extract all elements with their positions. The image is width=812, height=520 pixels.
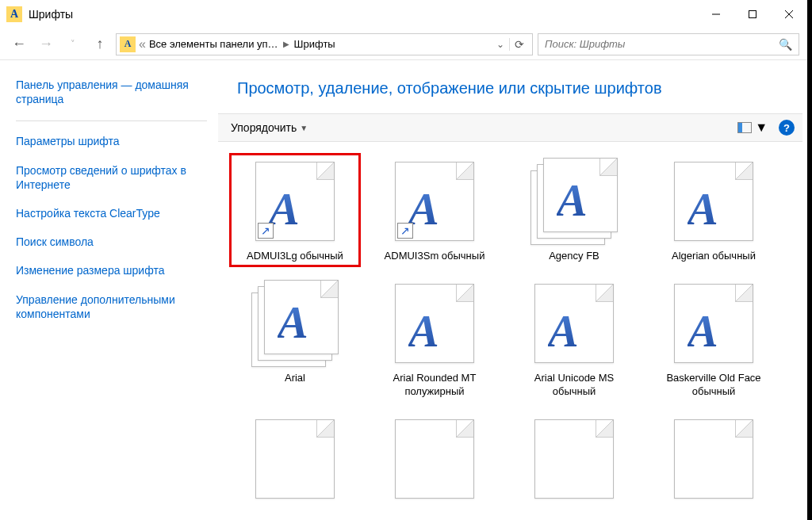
breadcrumb-seg1[interactable]: Все элементы панели уп… bbox=[149, 38, 278, 50]
organize-label: Упорядочить bbox=[231, 121, 297, 134]
address-bar: ← → ˅ ↑ A « Все элементы панели уп… ▶ Шр… bbox=[0, 29, 807, 60]
back-button[interactable]: ← bbox=[8, 33, 30, 55]
font-label: Arial bbox=[285, 372, 305, 384]
font-item[interactable]: AArial Unicode MS обычный bbox=[508, 275, 640, 403]
sidebar-link-4[interactable]: Изменение размера шрифта bbox=[16, 263, 207, 277]
font-item[interactable] bbox=[229, 411, 361, 512]
font-item[interactable]: AArial bbox=[229, 275, 361, 403]
font-thumbnail: A bbox=[530, 158, 618, 245]
font-label: Arial Rounded MT полужирный bbox=[373, 372, 496, 398]
chevron-left-icon: « bbox=[139, 37, 146, 52]
view-button[interactable]: ▼ bbox=[737, 120, 768, 135]
window-controls bbox=[698, 0, 807, 29]
sidebar-link-5[interactable]: Управление дополнительными компонентами bbox=[16, 292, 207, 321]
app-icon: A bbox=[6, 6, 22, 22]
address-dropdown[interactable]: ⌄ bbox=[495, 39, 506, 50]
font-thumbnail: A↗ bbox=[251, 158, 339, 245]
font-item[interactable]: AAgency FB bbox=[508, 153, 640, 267]
forward-button[interactable]: → bbox=[35, 33, 57, 55]
chevron-down-icon: ▼ bbox=[755, 120, 768, 135]
organize-button[interactable]: Упорядочить ▼ bbox=[226, 118, 312, 137]
svg-rect-1 bbox=[749, 11, 756, 18]
sidebar-link-2[interactable]: Настройка текста ClearType bbox=[16, 206, 207, 220]
font-label: ADMUI3Lg обычный bbox=[247, 250, 343, 262]
font-item[interactable]: A↗ADMUI3Lg обычный bbox=[229, 153, 361, 267]
search-icon[interactable]: 🔍 bbox=[779, 38, 792, 51]
chevron-down-icon: ▼ bbox=[300, 124, 308, 132]
toolbar: Упорядочить ▼ ▼ ? bbox=[218, 113, 802, 142]
font-item[interactable] bbox=[648, 411, 779, 512]
shortcut-icon: ↗ bbox=[258, 223, 274, 239]
help-button[interactable]: ? bbox=[779, 120, 795, 136]
minimize-icon bbox=[711, 10, 721, 19]
address-box[interactable]: A « Все элементы панели уп… ▶ Шрифты ⌄ ⟳ bbox=[116, 33, 533, 55]
maximize-icon bbox=[748, 10, 757, 19]
search-input[interactable] bbox=[545, 38, 779, 50]
close-icon bbox=[784, 10, 794, 19]
font-item[interactable]: ABaskerville Old Face обычный bbox=[648, 275, 779, 403]
font-thumbnail: A bbox=[670, 280, 757, 367]
font-label: ADMUI3Sm обычный bbox=[385, 250, 485, 262]
font-item[interactable]: AAlgerian обычный bbox=[648, 153, 779, 267]
refresh-button[interactable]: ⟳ bbox=[509, 38, 529, 51]
sidebar: Панель управления — домашняя страница Па… bbox=[0, 60, 218, 520]
view-layout-icon bbox=[737, 122, 752, 133]
font-thumbnail: A bbox=[670, 158, 757, 245]
font-label: Algerian обычный bbox=[672, 250, 756, 262]
font-item[interactable]: AArial Rounded MT полужирный bbox=[369, 275, 500, 403]
font-item[interactable] bbox=[369, 411, 500, 512]
shortcut-icon: ↗ bbox=[397, 223, 413, 239]
sidebar-link-1[interactable]: Просмотр сведений о шрифтах в Интернете bbox=[16, 163, 207, 192]
minimize-button[interactable] bbox=[698, 0, 734, 29]
search-box[interactable]: 🔍 bbox=[538, 33, 799, 55]
recent-dropdown[interactable]: ˅ bbox=[62, 33, 84, 55]
font-thumbnail: A↗ bbox=[391, 158, 478, 245]
main: Панель управления — домашняя страница Па… bbox=[0, 60, 807, 520]
font-grid: A↗ADMUI3Lg обычныйA↗ADMUI3Sm обычныйAAge… bbox=[218, 142, 802, 520]
breadcrumb-seg2[interactable]: Шрифты bbox=[294, 38, 335, 50]
content: Просмотр, удаление, отображение или скры… bbox=[218, 60, 807, 520]
window-title: Шрифты bbox=[29, 8, 698, 21]
sidebar-home-link[interactable]: Панель управления — домашняя страница bbox=[16, 78, 207, 106]
font-label: Baskerville Old Face обычный bbox=[653, 372, 775, 398]
sidebar-link-0[interactable]: Параметры шрифта bbox=[16, 134, 207, 148]
font-thumbnail: A bbox=[530, 280, 618, 367]
titlebar: A Шрифты bbox=[0, 0, 807, 29]
maximize-button[interactable] bbox=[734, 0, 771, 29]
font-thumbnail: A bbox=[391, 280, 478, 367]
folder-icon: A bbox=[120, 36, 136, 52]
close-button[interactable] bbox=[771, 0, 807, 29]
page-title: Просмотр, удаление, отображение или скры… bbox=[218, 60, 802, 113]
font-item[interactable]: A↗ADMUI3Sm обычный bbox=[369, 153, 500, 267]
font-label: Agency FB bbox=[549, 250, 599, 262]
font-thumbnail: A bbox=[251, 280, 339, 367]
up-button[interactable]: ↑ bbox=[89, 33, 111, 55]
font-item[interactable] bbox=[508, 411, 640, 512]
font-label: Arial Unicode MS обычный bbox=[513, 372, 635, 398]
divider bbox=[16, 120, 207, 121]
chevron-right-icon[interactable]: ▶ bbox=[282, 40, 291, 48]
sidebar-link-3[interactable]: Поиск символа bbox=[16, 235, 207, 249]
